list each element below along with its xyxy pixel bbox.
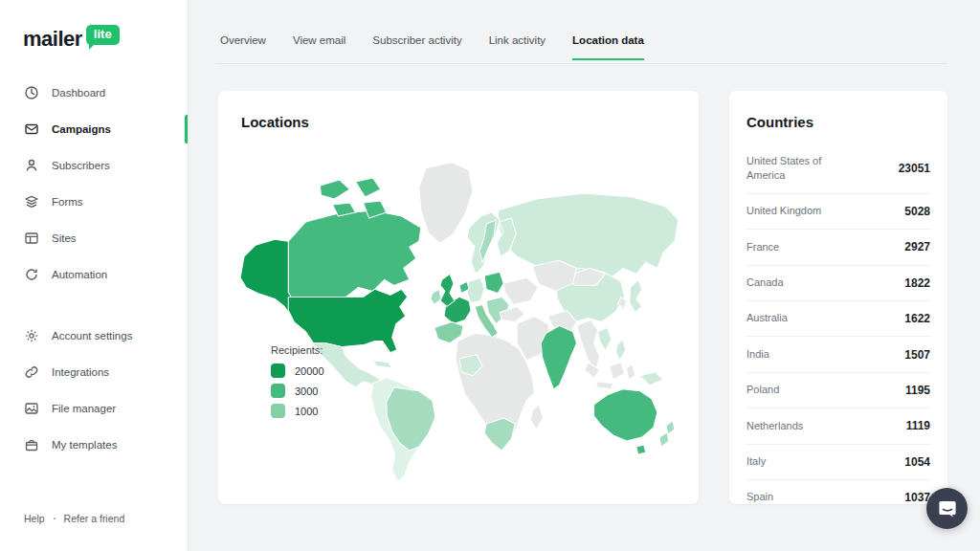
map-country-russia[interactable] [498,193,679,279]
country-row-france: France2927 [746,230,930,265]
sidebar-item-automation[interactable]: Automation [0,256,188,293]
country-row-spain: Spain1037 [746,480,930,504]
map-country-greenland[interactable] [419,163,473,243]
sidebar-item-label: File manager [52,403,116,414]
file-manager-icon [24,401,39,416]
sidebar-item-label: Dashboard [52,87,105,99]
map-country-cuba[interactable] [373,361,392,368]
country-value: 1119 [906,419,930,432]
country-name: United States of America [746,154,859,184]
legend-swatch [271,404,285,418]
map-country-ireland[interactable] [431,289,441,304]
map-country-canada[interactable] [288,210,421,297]
country-name: United Kingdom [746,204,821,218]
map-country-tasmania[interactable] [636,445,646,454]
map-country-ukraine[interactable] [503,277,538,304]
tab-overview[interactable]: Overview [220,34,266,60]
legend-swatch [271,384,285,398]
main-content: OverviewView emailSubscriber activityLin… [189,0,980,551]
map-country-india[interactable] [541,326,576,389]
country-value: 1195 [905,384,930,397]
mailerlite-logo[interactable]: mailer lite [23,27,120,52]
sidebar-item-sites[interactable]: Sites [0,220,188,256]
country-name: Italy [746,454,766,469]
sidebar-item-account-settings[interactable]: Account settings [0,318,188,354]
tab-view-email[interactable]: View email [293,34,345,60]
sites-icon [24,231,39,246]
settings-icon [24,328,39,343]
tab-subscriber-activity[interactable]: Subscriber activity [372,34,461,60]
map-country-south-africa[interactable] [484,418,515,451]
country-row-poland: Poland1195 [746,373,930,408]
map-country-new-guinea[interactable] [640,372,663,386]
country-row-canada: Canada1822 [746,266,930,301]
map-country-germany[interactable] [467,277,484,302]
map-country-united-kingdom[interactable] [440,274,455,306]
logo-lite-badge: lite [86,25,120,45]
automation-icon [24,267,39,282]
app-window: mailer lite DashboardCampaignsSubscriber… [0,0,980,551]
footer-link-help[interactable]: Help [24,513,45,524]
map-country-madagascar[interactable] [530,405,543,430]
map-country-canada-arctic[interactable] [356,178,381,197]
sidebar-item-label: Automation [52,269,107,280]
sidebar-item-my-templates[interactable]: My templates [0,427,188,463]
map-country-new-zealand[interactable] [659,432,669,447]
country-name: Canada [746,276,784,290]
map-country-indochina[interactable] [598,328,612,351]
sidebar-item-label: Sites [52,232,77,244]
campaigns-icon [24,121,39,137]
countries-list: United States of America23051United King… [746,143,930,504]
country-value: 1822 [904,276,930,290]
tab-location-data[interactable]: Location data [572,34,644,60]
tab-bar-divider [215,63,947,64]
forms-icon [24,194,39,209]
legend-item-20000: 20000 [271,364,324,378]
country-name: Spain [746,490,773,504]
map-country-canada-arctic[interactable] [320,180,349,199]
countries-title: Countries [746,114,813,130]
sidebar: mailer lite DashboardCampaignsSubscriber… [0,0,189,551]
country-row-italy: Italy1054 [746,445,930,480]
logo-wordmark: mailer [23,27,82,52]
map-country-spain[interactable] [434,322,463,343]
map-country-borneo[interactable] [610,363,625,380]
sidebar-item-file-manager[interactable]: File manager [0,390,188,427]
chat-launcher-button[interactable] [926,488,968,529]
sidebar-item-label: Forms [52,196,83,208]
sidebar-item-label: Account settings [52,330,132,342]
sidebar-item-integrations[interactable]: Integrations [0,354,188,390]
country-row-united-states-of-america: United States of America23051 [746,143,930,194]
dashboard-icon [24,85,39,100]
country-value: 1054 [904,455,930,469]
country-name: Netherlands [746,419,803,433]
sidebar-item-campaigns[interactable]: Campaigns [0,111,188,147]
country-row-australia: Australia1622 [746,301,930,337]
tab-bar: OverviewView emailSubscriber activityLin… [220,34,644,60]
sidebar-nav: DashboardCampaignsSubscribersFormsSitesA… [0,75,188,463]
footer-link-refer[interactable]: Refer a friend [64,513,125,524]
world-map-svg [229,146,688,491]
map-country-usa[interactable] [288,289,408,352]
legend-value: 3000 [295,386,318,397]
country-value: 5028 [904,205,930,218]
map-country-australia[interactable] [594,389,657,441]
legend-swatch [271,364,285,378]
locations-card: Locations [218,91,699,504]
map-country-philippines[interactable] [616,340,626,361]
legend-item-3000: 3000 [271,384,324,398]
country-value: 2927 [904,240,930,253]
map-country-java[interactable] [596,382,613,389]
sidebar-item-dashboard[interactable]: Dashboard [0,75,188,111]
country-value: 23051 [899,162,930,175]
sidebar-item-label: My templates [52,439,117,451]
map-country-sulawesi[interactable] [627,364,635,380]
country-name: Australia [746,311,788,325]
country-row-netherlands: Netherlands1119 [746,408,930,444]
sidebar-item-forms[interactable]: Forms [0,184,188,220]
sidebar-item-subscribers[interactable]: Subscribers [0,147,188,184]
country-value: 1622 [904,312,930,325]
tab-link-activity[interactable]: Link activity [489,34,546,60]
map-country-poland[interactable] [484,272,503,293]
map-country-japan[interactable] [630,279,642,312]
